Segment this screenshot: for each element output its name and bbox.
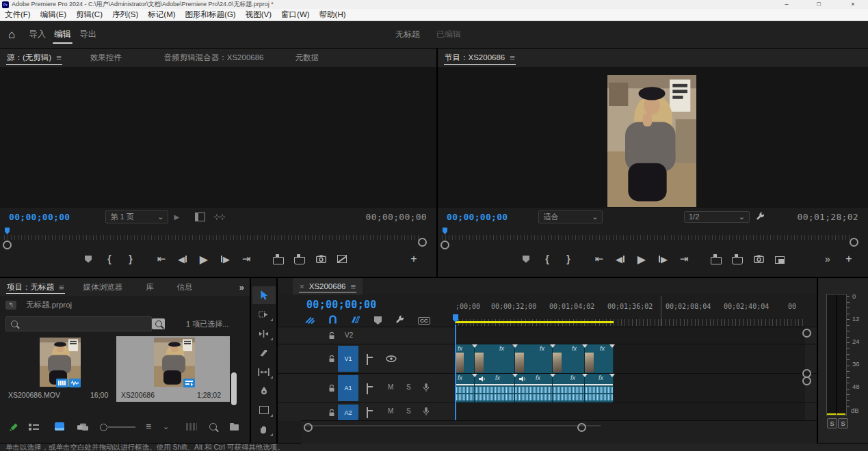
program-timecode[interactable]: 00;00;00;00 <box>447 212 508 222</box>
track-a2-content[interactable] <box>455 403 805 421</box>
step-forward-icon[interactable]: ▶ <box>655 252 670 266</box>
menu-markers[interactable]: 标记(M) <box>143 10 180 20</box>
audio-clip[interactable]: fx <box>475 374 515 402</box>
freeform-view-icon[interactable] <box>77 423 89 433</box>
sequence-name[interactable]: XS200686 <box>121 391 155 399</box>
track-a1-content[interactable]: fx fx fx fx <box>455 374 805 402</box>
tab-program-monitor[interactable]: 节目：XS200686 ≡ <box>438 49 522 67</box>
project-file-name[interactable]: 无标题.prproj <box>26 300 72 310</box>
program-zoom-handle-right[interactable] <box>850 238 858 247</box>
voiceover-mic-icon[interactable] <box>423 383 430 394</box>
tab-media-browser[interactable]: 媒体浏览器 <box>77 278 130 296</box>
video-badge-icon[interactable] <box>56 379 68 387</box>
bin-item-sequence-selected[interactable]: XS200686 1;28;02 <box>116 336 230 402</box>
menu-view[interactable]: 视图(V) <box>241 10 276 20</box>
track-scroll-handle[interactable] <box>802 329 811 338</box>
linked-selection-icon[interactable] <box>351 316 360 326</box>
menu-edit[interactable]: 编辑(E) <box>36 10 71 20</box>
program-zoom-handle-left[interactable] <box>440 241 449 249</box>
program-scrub-area[interactable] <box>438 226 868 246</box>
maximize-button[interactable]: □ <box>808 0 829 9</box>
zoom-slider-handle[interactable] <box>100 424 107 431</box>
source-timecode[interactable]: 00;00;00;00 <box>9 212 70 222</box>
home-icon[interactable]: ⌂ <box>8 28 15 42</box>
button-editor-icon[interactable]: + <box>406 252 421 266</box>
add-marker-icon[interactable] <box>81 252 96 266</box>
add-marker-icon[interactable] <box>374 316 382 325</box>
button-editor-icon[interactable]: + <box>841 252 856 266</box>
drag-video-icon[interactable] <box>195 213 205 221</box>
tab-source-monitor[interactable]: 源：(无剪辑) ≡ <box>0 49 68 67</box>
audio-clip[interactable]: fx <box>553 374 585 402</box>
goto-out-icon[interactable]: ⇥ <box>676 252 692 266</box>
hand-tool[interactable] <box>252 420 276 438</box>
tab-info[interactable]: 信息 <box>170 278 200 296</box>
goto-in-icon[interactable]: ⇤ <box>154 252 169 266</box>
panel-menu-icon[interactable]: ≡ <box>350 282 356 291</box>
tab-export[interactable]: 导出 <box>75 21 101 48</box>
audio-badge-icon[interactable] <box>69 379 81 387</box>
goto-out-icon[interactable]: ⇥ <box>239 252 254 266</box>
export-frame-icon[interactable] <box>751 252 766 266</box>
video-clip[interactable]: fx <box>585 344 614 373</box>
track-scroll-handle[interactable] <box>802 377 811 385</box>
tab-import[interactable]: 导入 <box>25 21 50 48</box>
slip-tool[interactable] <box>252 363 276 381</box>
search-input[interactable] <box>5 316 152 331</box>
overwrite-icon[interactable] <box>292 252 307 266</box>
menu-file[interactable]: 文件(F) <box>0 10 36 20</box>
video-clip[interactable]: fx <box>475 344 515 373</box>
track-a1-target[interactable]: A1 <box>338 375 358 401</box>
menu-clip[interactable]: 剪辑(C) <box>71 10 107 20</box>
tab-sequence[interactable]: × XS200686 ≡ <box>293 278 363 295</box>
tab-libraries[interactable]: 库 <box>139 278 161 296</box>
selection-tool[interactable] <box>252 286 276 304</box>
video-clip[interactable]: fx <box>553 344 585 373</box>
snap-magnet-icon[interactable] <box>328 315 337 326</box>
menu-window[interactable]: 窗口(W) <box>276 10 315 20</box>
nest-sequence-icon[interactable] <box>305 316 315 326</box>
more-buttons-icon[interactable]: » <box>820 252 835 266</box>
mute-button[interactable]: M <box>388 383 393 391</box>
audio-clip[interactable]: fx <box>585 374 614 402</box>
razor-tool[interactable] <box>252 344 276 361</box>
program-playhead[interactable] <box>443 228 447 234</box>
mute-drag-icon[interactable] <box>334 252 350 266</box>
track-lock-icon[interactable] <box>328 384 335 394</box>
page-selector-dropdown[interactable]: 第 1 页 ⌄ <box>105 210 168 223</box>
sequence-badge-icon[interactable] <box>183 379 195 387</box>
track-lock-icon[interactable] <box>328 355 335 365</box>
solo-right-button[interactable]: S <box>838 418 848 428</box>
timeline-settings-wrench-icon[interactable] <box>395 315 404 326</box>
close-sequence-icon[interactable]: × <box>300 282 304 290</box>
mute-button[interactable]: M <box>388 407 393 415</box>
mark-in-icon[interactable]: { <box>540 252 555 266</box>
audio-clip[interactable]: fx <box>455 374 475 402</box>
step-forward-icon[interactable]: ▶ <box>218 252 233 266</box>
minimize-button[interactable]: – <box>776 0 797 9</box>
captions-icon[interactable]: CC <box>418 317 430 325</box>
insert-icon[interactable] <box>271 252 286 266</box>
source-zoom-handle-left[interactable] <box>3 241 12 249</box>
bin-scrollbar[interactable] <box>231 372 237 405</box>
solo-button[interactable]: S <box>406 407 411 415</box>
source-patch-icon[interactable] <box>367 383 368 394</box>
ripple-edit-tool[interactable] <box>252 325 276 342</box>
track-v2-label[interactable]: V2 <box>345 331 353 339</box>
lift-icon[interactable] <box>709 252 724 266</box>
menu-help[interactable]: 帮助(H) <box>315 10 351 20</box>
menu-graphics[interactable]: 图形和标题(G) <box>181 10 241 20</box>
horizontal-scrollbar-track[interactable] <box>306 425 601 426</box>
play-icon[interactable]: ▶ <box>634 252 649 266</box>
track-v1-content[interactable]: fx fx fx fx fx <box>455 344 805 373</box>
step-back-icon[interactable]: ◀ <box>175 252 190 266</box>
program-viewer[interactable] <box>438 67 868 208</box>
track-lock-icon[interactable] <box>328 331 335 342</box>
find-icon[interactable] <box>209 423 217 433</box>
zoom-slider-track[interactable] <box>108 426 135 428</box>
navigate-up-icon[interactable]: ↰ <box>5 301 16 310</box>
video-clip[interactable]: fx <box>515 344 553 373</box>
horizontal-scroll-handle-left[interactable] <box>304 423 313 432</box>
tab-audio-clip-mixer[interactable]: 音频剪辑混合器：XS200686 <box>157 49 271 67</box>
play-icon[interactable]: ▶ <box>196 252 211 266</box>
